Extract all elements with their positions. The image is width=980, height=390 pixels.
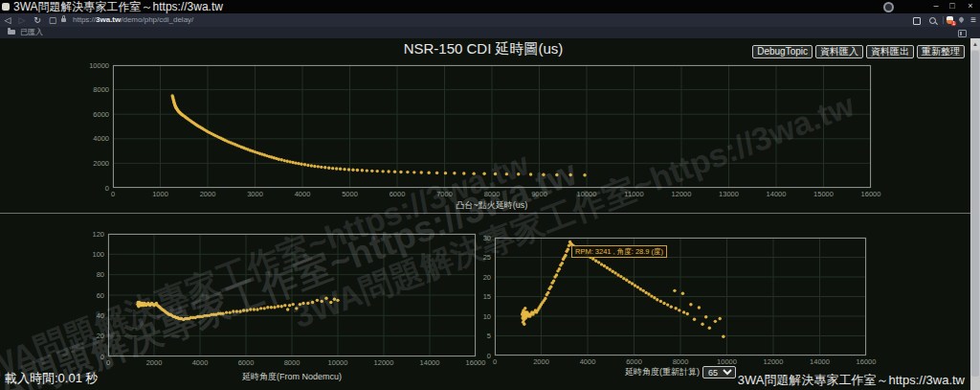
svg-text:0: 0: [487, 352, 491, 360]
svg-text:20: 20: [483, 273, 491, 282]
window-title: 3WA問題解決專家工作室～https://3wa.tw: [13, 0, 223, 13]
svg-text:20: 20: [97, 332, 104, 340]
bookmark-item[interactable]: 已匯入: [20, 27, 43, 38]
svg-text:3000: 3000: [247, 190, 263, 198]
url-domain: 3wa.tw: [96, 15, 121, 24]
chart-tooltip: RPM: 3241 , 角度: 28.9 (度): [571, 245, 667, 258]
section-divider: [0, 213, 970, 214]
svg-text:16000: 16000: [857, 357, 877, 366]
tab-search-icon[interactable]: [913, 17, 921, 25]
svg-text:4000: 4000: [295, 190, 311, 198]
svg-text:10000: 10000: [577, 190, 597, 198]
svg-text:5000: 5000: [342, 190, 358, 198]
svg-text:14000: 14000: [810, 357, 830, 366]
svg-text:4000: 4000: [93, 134, 109, 143]
side-panel-icon[interactable]: [958, 30, 967, 37]
data-import-button[interactable]: 資料匯入: [815, 45, 863, 58]
window-maximize-button[interactable]: □: [947, 0, 958, 12]
page-content: 3WA問題解決專家工作室~https://3wa.tw 3WA問題解決專家工作室…: [0, 38, 980, 390]
svg-text:5: 5: [487, 332, 491, 340]
profile-avatar-icon[interactable]: [883, 2, 894, 12]
action-button-row: DebugTopic 資料匯入 資料匯出 重新整理: [752, 45, 965, 58]
window-minimize-button[interactable]: –: [930, 0, 942, 12]
svg-text:14000: 14000: [420, 358, 440, 367]
svg-text:60: 60: [97, 291, 104, 300]
right-chart-xlabel: 延時角度(重新計算): [625, 366, 700, 379]
url-bar[interactable]: https://3wa.tw/demo/php/cdi_delay/: [73, 13, 193, 27]
svg-text:8000: 8000: [484, 190, 501, 198]
load-time-text: 載入時間:0.01 秒: [5, 370, 99, 387]
svg-text:16000: 16000: [466, 358, 486, 367]
svg-text:6000: 6000: [238, 358, 255, 367]
refresh-button[interactable]: 重新整理: [917, 45, 965, 58]
svg-text:80: 80: [97, 270, 104, 279]
svg-text:7000: 7000: [436, 190, 453, 198]
svg-text:13000: 13000: [719, 190, 739, 198]
svg-text:10000: 10000: [717, 357, 737, 366]
svg-text:2000: 2000: [533, 357, 549, 366]
browser-toolbar: ◁ ▷ ↻ ▢ https://3wa.tw/demo/php/cdi_dela…: [0, 13, 980, 27]
svg-text:0: 0: [105, 184, 109, 193]
svg-text:0: 0: [111, 190, 115, 198]
left-chart-xlabel: 延時角度(From Nodemcu): [108, 371, 476, 383]
browser-menu-icon[interactable]: ≡: [970, 13, 976, 27]
svg-text:12000: 12000: [374, 358, 394, 367]
svg-text:12000: 12000: [672, 190, 692, 198]
debug-topic-button[interactable]: DebugTopic: [752, 45, 813, 58]
svg-text:2000: 2000: [93, 159, 109, 168]
window-close-button[interactable]: ×: [965, 0, 976, 12]
svg-text:0: 0: [106, 358, 110, 367]
svg-text:100: 100: [92, 250, 104, 259]
svg-text:15000: 15000: [813, 190, 834, 198]
svg-text:4000: 4000: [580, 357, 596, 366]
app-favicon-icon: [2, 3, 10, 11]
svg-text:8000: 8000: [673, 357, 689, 366]
ssl-lock-icon[interactable]: [61, 18, 66, 22]
svg-text:11000: 11000: [624, 190, 643, 198]
main-chart-xlabel: 凸台~點火延時(us): [113, 199, 871, 212]
reload-icon[interactable]: ↻: [32, 13, 43, 27]
page-scrollbar[interactable]: ▲: [970, 38, 980, 390]
svg-text:12000: 12000: [764, 357, 784, 366]
angle-recalculated-chart[interactable]: 0200040006000800010000120001400016000051…: [495, 238, 866, 356]
url-scheme: https://: [73, 15, 96, 24]
svg-text:10000: 10000: [89, 61, 109, 70]
svg-text:16000: 16000: [861, 190, 881, 198]
svg-text:25: 25: [483, 253, 491, 262]
save-page-icon[interactable]: ▢: [47, 13, 58, 27]
svg-text:6000: 6000: [626, 357, 642, 366]
shield-badge: 1: [951, 21, 956, 26]
scrollbar-up-icon[interactable]: ▲: [970, 38, 980, 50]
svg-text:10: 10: [483, 312, 491, 321]
svg-text:8000: 8000: [93, 85, 109, 94]
back-icon[interactable]: ◁: [2, 13, 13, 27]
extension-pin-icon[interactable]: [958, 16, 965, 23]
bookmarks-bar: 已匯入: [0, 27, 980, 38]
svg-text:14000: 14000: [767, 190, 787, 198]
svg-text:2000: 2000: [200, 190, 216, 198]
scrollbar-thumb[interactable]: [971, 51, 979, 377]
angle-offset-select[interactable]: 65: [702, 366, 736, 379]
data-export-button[interactable]: 資料匯出: [866, 45, 914, 58]
footer-site-text: 3WA問題解決專家工作室～https://3wa.tw: [738, 372, 965, 389]
svg-text:40: 40: [97, 311, 104, 320]
svg-text:1000: 1000: [152, 190, 168, 198]
svg-text:2000: 2000: [146, 358, 163, 367]
svg-text:0: 0: [493, 357, 497, 366]
angle-from-nodemcu-chart[interactable]: 0200040006000800010000120001400016000020…: [108, 234, 476, 356]
svg-text:30: 30: [483, 234, 491, 242]
window-titlebar: 3WA問題解決專家工作室～https://3wa.tw – □ ×: [0, 0, 980, 13]
adblock-shield-icon[interactable]: 1: [947, 16, 953, 24]
svg-text:6000: 6000: [390, 190, 406, 198]
forward-icon[interactable]: ▷: [16, 13, 28, 27]
svg-text:9000: 9000: [531, 190, 547, 198]
svg-text:0: 0: [100, 353, 104, 361]
zoom-search-icon[interactable]: [929, 17, 936, 24]
bookmark-folder-icon[interactable]: [8, 30, 15, 34]
main-delay-chart[interactable]: 0100020003000400050006000700080009000100…: [113, 65, 871, 188]
svg-text:120: 120: [92, 230, 104, 239]
toolbar-separator: [943, 16, 944, 24]
svg-text:8000: 8000: [284, 358, 301, 367]
svg-text:4000: 4000: [192, 358, 209, 367]
svg-text:6000: 6000: [93, 110, 109, 119]
